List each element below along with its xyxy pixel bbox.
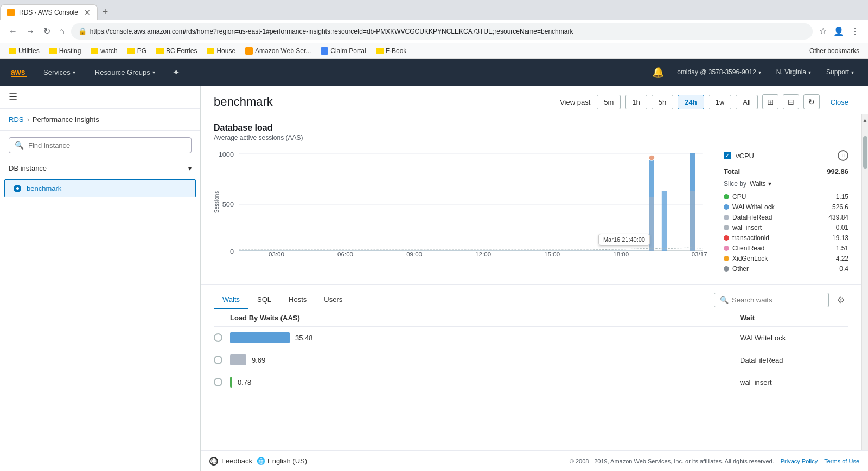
row-radio-button[interactable] xyxy=(214,333,222,342)
aws-logo[interactable]: aws xyxy=(9,62,29,82)
search-waits-field[interactable]: 🔍 xyxy=(714,293,829,307)
legend-item-left: WALWriteLock xyxy=(724,203,775,211)
content-header: benchmark View past 5m 1h 5h 24h 1w All … xyxy=(201,86,868,114)
table-row: 35.48 WALWriteLock xyxy=(214,327,848,349)
other-bookmarks-button[interactable]: Other bookmarks xyxy=(805,46,864,56)
row-radio-button[interactable] xyxy=(214,356,222,364)
tab-waits[interactable]: Waits xyxy=(214,291,248,309)
load-bar-cell: 35.48 xyxy=(230,332,740,343)
main-layout: ☰ RDS › Performance Insights 🔍 DB instan… xyxy=(0,86,868,471)
legend-item-left: XidGenLock xyxy=(724,255,768,262)
svg-rect-2 xyxy=(11,76,27,77)
support-button[interactable]: Support ▾ xyxy=(821,65,859,79)
new-tab-button[interactable]: + xyxy=(98,4,113,20)
favorites-star-icon[interactable]: ✦ xyxy=(169,64,183,81)
bookmark-pg[interactable]: PG xyxy=(123,46,151,56)
table-row: 0.78 wal_insert xyxy=(214,371,848,393)
time-5h-button[interactable]: 5h xyxy=(652,95,673,109)
feedback-button[interactable]: 💬 Feedback xyxy=(209,457,252,466)
time-1h-button[interactable]: 1h xyxy=(625,95,647,109)
reload-button[interactable]: ↻ xyxy=(41,24,53,38)
bookmark-utilities[interactable]: Utilities xyxy=(4,46,44,56)
bookmark-label: F-Book xyxy=(386,47,407,55)
search-icon: 🔍 xyxy=(720,296,729,304)
total-label: Total xyxy=(724,167,740,176)
browser-tab-active[interactable]: RDS · AWS Console ✕ xyxy=(0,4,98,20)
row-radio-button[interactable] xyxy=(214,378,222,386)
bookmark-label: Amazon Web Ser... xyxy=(255,47,311,55)
bookmark-star-button[interactable]: ☆ xyxy=(817,24,829,38)
xidgenlock-color-dot xyxy=(724,256,729,261)
scrollbar[interactable]: ▲ xyxy=(861,114,868,450)
search-waits-input[interactable] xyxy=(732,296,823,304)
footer-right: © 2008 - 2019, Amazon Web Services, Inc.… xyxy=(570,458,859,464)
time-all-button[interactable]: All xyxy=(736,95,757,109)
view-past-label: View past xyxy=(560,98,590,106)
folder-icon xyxy=(91,48,98,54)
region-selector-button[interactable]: N. Virginia ▾ xyxy=(771,65,816,79)
tab-hosts[interactable]: Hosts xyxy=(280,291,315,309)
chat-icon: 💬 xyxy=(209,457,218,466)
privacy-policy-link[interactable]: Privacy Policy xyxy=(781,458,818,464)
back-button[interactable]: ← xyxy=(7,24,20,38)
url-bar[interactable]: 🔒 https://console.aws.amazon.com/rds/hom… xyxy=(71,23,813,40)
bookmark-hosting[interactable]: Hosting xyxy=(45,46,86,56)
bookmark-watch[interactable]: watch xyxy=(86,46,122,56)
profile-button[interactable]: 👤 xyxy=(831,24,846,38)
services-nav-button[interactable]: Services ▾ xyxy=(38,65,81,80)
time-1w-button[interactable]: 1w xyxy=(709,95,732,109)
bookmark-claim-portal[interactable]: Claim Portal xyxy=(316,46,370,56)
terms-of-use-link[interactable]: Terms of Use xyxy=(824,458,859,464)
tab-sql[interactable]: SQL xyxy=(248,291,280,309)
close-button[interactable]: Close xyxy=(824,95,855,109)
refresh-button[interactable]: ↻ xyxy=(803,94,820,109)
hamburger-menu-button[interactable]: ☰ xyxy=(0,86,200,109)
layout-icon-button-1[interactable]: ⊞ xyxy=(762,94,778,109)
clientread-legend-value: 1.51 xyxy=(836,244,848,252)
time-5m-button[interactable]: 5m xyxy=(597,95,621,109)
layout-icon-button-2[interactable]: ⊟ xyxy=(783,94,799,109)
scrollbar-thumb[interactable] xyxy=(863,136,867,169)
bookmark-f-book[interactable]: F-Book xyxy=(372,46,411,56)
bookmark-amazon-web-services[interactable]: Amazon Web Ser... xyxy=(241,46,315,56)
toolbar-icons: ☆ 👤 ⋮ xyxy=(817,24,861,38)
legend-item-clientread: ClientRead 1.51 xyxy=(724,244,848,252)
legend-item-datafileread: DataFileRead 439.84 xyxy=(724,214,848,221)
aws-favicon xyxy=(245,47,253,55)
tab-users[interactable]: Users xyxy=(315,291,351,309)
bell-icon[interactable]: 🔔 xyxy=(649,63,667,81)
settings-icon[interactable]: ⚙ xyxy=(833,293,848,308)
tab-close-button[interactable]: ✕ xyxy=(84,9,91,16)
menu-button[interactable]: ⋮ xyxy=(848,24,861,38)
forward-button[interactable]: → xyxy=(24,24,37,38)
rds-breadcrumb-link[interactable]: RDS xyxy=(9,115,23,124)
other-legend-value: 0.4 xyxy=(839,265,848,273)
language-selector-button[interactable]: 🌐 English (US) xyxy=(257,457,307,465)
bookmark-house[interactable]: House xyxy=(202,46,240,56)
folder-icon xyxy=(156,48,164,54)
scroll-up-button[interactable]: ▲ xyxy=(863,115,867,124)
time-24h-button[interactable]: 24h xyxy=(678,95,704,109)
walwritelock-color-dot xyxy=(724,204,729,210)
aws-nav-right: 🔔 omiday @ 3578-3596-9012 ▾ N. Virginia … xyxy=(649,63,859,81)
home-button[interactable]: ⌂ xyxy=(57,24,67,38)
legend-item-transactionid: transactionid 19.13 xyxy=(724,234,848,242)
svg-rect-21 xyxy=(649,197,654,251)
row-select-col xyxy=(214,378,230,386)
user-account-button[interactable]: omiday @ 3578-3596-9012 ▾ xyxy=(672,65,767,79)
slice-by-value[interactable]: Waits ▾ xyxy=(750,180,771,188)
find-instance-input[interactable] xyxy=(28,141,186,150)
pause-icon[interactable]: ⏸ xyxy=(838,150,848,161)
resource-groups-nav-button[interactable]: Resource Groups ▾ xyxy=(90,65,161,80)
bookmark-bc-ferries[interactable]: BC Ferries xyxy=(152,46,201,56)
vcpu-checkbox[interactable]: ✓ xyxy=(724,152,731,159)
tab-title: RDS · AWS Console xyxy=(19,9,80,16)
table-col-wait-header: Wait xyxy=(740,314,848,322)
db-instance-item-benchmark[interactable]: benchmark xyxy=(4,179,196,197)
user-chevron-icon: ▾ xyxy=(758,69,761,75)
svg-text:12:00: 12:00 xyxy=(475,251,491,256)
folder-icon xyxy=(207,48,214,54)
instance-search-field[interactable]: 🔍 xyxy=(9,137,192,153)
slice-by-selected: Waits xyxy=(750,180,766,188)
db-instance-header[interactable]: DB instance ▾ xyxy=(0,160,200,177)
